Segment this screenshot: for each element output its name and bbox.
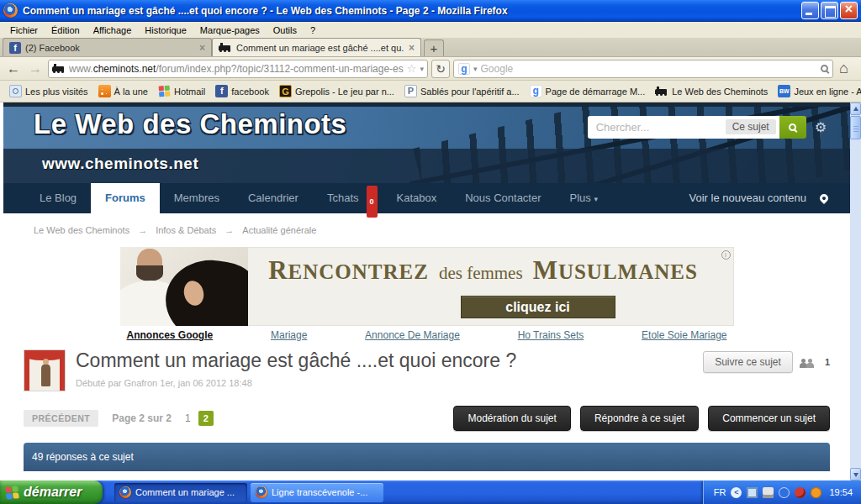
nav-katabox[interactable]: Katabox bbox=[383, 183, 452, 213]
follow-topic-button[interactable]: Suivre ce sujet bbox=[703, 351, 793, 373]
bookmark-star-icon[interactable]: ☆ bbox=[407, 62, 417, 75]
bookmark-jeux[interactable]: BWJeux en ligne - Attrap... bbox=[774, 83, 861, 99]
avatar[interactable] bbox=[24, 349, 66, 391]
desktop-screen: Comment un mariage est gâché ....et quoi… bbox=[0, 0, 861, 504]
ad-banner[interactable]: Rencontrez des femmes musulmanes cliquez… bbox=[120, 247, 734, 326]
hide-icons-chevron[interactable]: < bbox=[731, 487, 742, 498]
gear-icon[interactable]: ⚙ bbox=[815, 119, 827, 135]
home-button[interactable]: ⌂ bbox=[837, 60, 851, 77]
page-1-link[interactable]: 1 bbox=[185, 412, 191, 424]
maximize-button[interactable] bbox=[821, 2, 838, 19]
moderate-topic-button[interactable]: Modération du sujet bbox=[453, 406, 570, 431]
ad-link-ho-trains[interactable]: Ho Trains Sets bbox=[518, 329, 584, 341]
window-titlebar[interactable]: Comment un mariage est gâché ....et quoi… bbox=[0, 0, 861, 22]
page-2-current[interactable]: 2 bbox=[198, 411, 214, 426]
reply-topic-button[interactable]: Répondre à ce sujet bbox=[580, 406, 699, 431]
pagination-row: PRÉCÉDENT Page 2 sur 2 1 2 Modération du… bbox=[24, 406, 830, 431]
menu-affichage[interactable]: Affichage bbox=[87, 24, 139, 37]
search-icon[interactable] bbox=[821, 65, 828, 72]
nav-membres[interactable]: Membres bbox=[160, 183, 234, 213]
tab-cheminots-active[interactable]: Comment un mariage est gâché ....et qu..… bbox=[212, 38, 421, 56]
menu-outils[interactable]: Outils bbox=[267, 24, 304, 37]
bookmark-demarrage[interactable]: gPage de démarrage M... bbox=[526, 83, 650, 99]
safely-remove-device-icon[interactable] bbox=[763, 487, 774, 498]
bookmark-hotmail[interactable]: Hotmail bbox=[154, 83, 209, 99]
menu-marque-pages[interactable]: Marque-pages bbox=[193, 24, 267, 37]
bookmark-a-la-une[interactable]: À la une bbox=[94, 83, 152, 99]
topic-title: Comment un mariage est gâché ....et quoi… bbox=[76, 349, 516, 372]
taskbar-task-mariage[interactable]: Comment un mariage ... bbox=[114, 483, 247, 502]
menu-historique[interactable]: Historique bbox=[138, 24, 193, 37]
bluetooth-icon[interactable] bbox=[779, 487, 790, 498]
site-favicon bbox=[52, 64, 66, 73]
taskbar-task-transcevenole[interactable]: Ligne transcévenole -... bbox=[251, 483, 383, 502]
breadcrumb-category[interactable]: Actualité générale bbox=[242, 225, 316, 235]
forward-button[interactable]: → bbox=[26, 61, 45, 76]
tab-close-icon[interactable]: × bbox=[409, 42, 415, 54]
bookmark-facebook[interactable]: ffacebook bbox=[211, 83, 273, 99]
new-content-link[interactable]: Voir le nouveau contenu bbox=[689, 183, 807, 213]
start-button[interactable]: démarrer bbox=[0, 480, 103, 504]
ad-cta-button[interactable]: cliquez ici bbox=[461, 296, 615, 318]
tab-facebook[interactable]: f (2) Facebook × bbox=[3, 38, 212, 56]
bookmark-sables[interactable]: PSablés pour l'apéritif a... bbox=[400, 83, 524, 99]
reload-button[interactable]: ↻ bbox=[431, 60, 450, 78]
tab-close-icon[interactable]: × bbox=[199, 42, 205, 54]
bookmark-grepolis[interactable]: GGrepolis - Le jeu par n... bbox=[275, 83, 399, 99]
ad-link-annonce-de-mariage[interactable]: Annonce De Mariage bbox=[365, 329, 460, 341]
nav-tchats[interactable]: Tchats0 bbox=[313, 183, 383, 213]
nav-nous-contacter[interactable]: Nous Contacter bbox=[451, 183, 555, 213]
menu-aide[interactable]: ? bbox=[304, 24, 322, 37]
tchats-badge: 0 bbox=[367, 186, 378, 218]
url-bar[interactable]: www.cheminots.net/forum/index.php?/topic… bbox=[48, 60, 428, 78]
close-button[interactable] bbox=[840, 2, 858, 19]
ad-link-mariage[interactable]: Mariage bbox=[271, 329, 307, 341]
bookmark-cheminots[interactable]: Le Web des Cheminots bbox=[651, 85, 772, 98]
start-topic-button[interactable]: Commencer un sujet bbox=[708, 406, 830, 431]
site-search-field[interactable]: Ce sujet bbox=[588, 116, 779, 139]
vertical-scrollbar[interactable] bbox=[850, 102, 861, 480]
display-settings-icon[interactable] bbox=[747, 487, 758, 498]
system-tray: FR < 19:54 bbox=[703, 480, 861, 504]
minimize-button[interactable] bbox=[801, 2, 819, 19]
scrollbar-thumb[interactable] bbox=[850, 116, 861, 139]
search-scope-button[interactable]: Ce sujet bbox=[726, 119, 776, 134]
update-icon[interactable] bbox=[811, 487, 821, 498]
menu-edition[interactable]: Édition bbox=[45, 24, 87, 37]
nav-le-blog[interactable]: Le Blog bbox=[25, 183, 91, 213]
ad-link-annonces-google[interactable]: Annonces Google bbox=[127, 329, 214, 341]
search-engine-dropdown-icon[interactable]: ▾ bbox=[473, 65, 478, 73]
follower-count: 1 bbox=[825, 357, 830, 367]
navigation-toolbar: ← → www.cheminots.net/forum/index.php?/t… bbox=[0, 57, 861, 81]
site-search: Ce sujet ⚙ bbox=[588, 116, 827, 139]
nav-plus[interactable]: Plus ▾ bbox=[556, 183, 612, 213]
facebook-icon: f bbox=[215, 85, 228, 97]
new-tab-button[interactable]: + bbox=[424, 39, 444, 56]
menu-fichier[interactable]: Fichier bbox=[3, 24, 45, 37]
language-indicator[interactable]: FR bbox=[714, 487, 726, 497]
nav-forums[interactable]: Forums bbox=[91, 183, 160, 213]
scroll-down-button[interactable] bbox=[850, 468, 861, 480]
site-search-input[interactable] bbox=[588, 121, 705, 134]
breadcrumb-forum[interactable]: Infos & Débats bbox=[156, 225, 216, 235]
bookmark-most-visited[interactable]: Les plus visités bbox=[5, 83, 92, 99]
security-alert-icon[interactable] bbox=[795, 487, 806, 498]
site-search-button[interactable] bbox=[779, 116, 806, 139]
breadcrumb-home[interactable]: Le Web des Cheminots bbox=[34, 225, 129, 235]
back-button[interactable]: ← bbox=[4, 61, 23, 76]
url-dropdown-icon[interactable]: ▾ bbox=[420, 65, 424, 73]
previous-page-button[interactable]: PRÉCÉDENT bbox=[24, 410, 98, 427]
clock[interactable]: 19:54 bbox=[829, 487, 853, 497]
ad-info-icon[interactable]: i bbox=[721, 250, 731, 260]
nav-calendrier[interactable]: Calendrier bbox=[234, 183, 313, 213]
site-header: Le Web des Cheminots www.cheminots.net C… bbox=[3, 102, 850, 183]
train-favicon bbox=[219, 43, 232, 52]
site-logo[interactable]: Le Web des Cheminots bbox=[34, 108, 346, 140]
location-pin-icon[interactable] bbox=[818, 192, 830, 204]
ad-links-row: Annonces Google Mariage Annonce De Maria… bbox=[120, 329, 734, 341]
web-search-input[interactable] bbox=[481, 63, 817, 75]
scroll-up-button[interactable] bbox=[850, 102, 861, 115]
web-search-box[interactable]: g ▾ bbox=[453, 60, 833, 78]
firefox-icon bbox=[3, 3, 18, 18]
ad-link-etole-soie[interactable]: Etole Soie Mariage bbox=[642, 329, 726, 341]
